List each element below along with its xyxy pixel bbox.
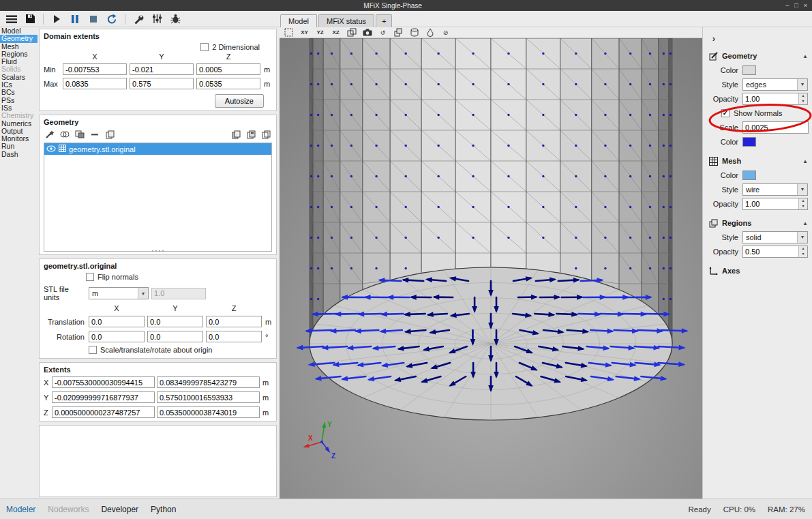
remove-geometry-icon[interactable] xyxy=(89,129,101,140)
about-origin-checkbox[interactable]: Scale/translate/rotate about origin xyxy=(89,346,213,354)
screenshot-camera-icon[interactable] xyxy=(361,28,374,38)
new-tab-button[interactable]: + xyxy=(376,14,392,27)
flip-normals-checkbox[interactable]: Flip normals xyxy=(86,273,138,281)
window-minimize-icon[interactable]: – xyxy=(785,2,789,9)
chevron-up-icon[interactable]: ▴ xyxy=(804,53,807,59)
clone-icon[interactable] xyxy=(260,129,272,140)
nav-item-geometry[interactable]: Geometry xyxy=(0,35,37,42)
autosize-button[interactable]: Autosize xyxy=(215,94,264,108)
spin-down-icon[interactable]: ▾ xyxy=(799,99,807,104)
spin-up-icon[interactable]: ▴ xyxy=(799,93,807,99)
rotation-y-input[interactable] xyxy=(147,331,203,342)
stl-units-select[interactable]: m ▾ xyxy=(89,287,149,299)
normals-scale-input[interactable] xyxy=(742,121,809,134)
viewport-toolbar: XY YZ XZ ↺ ⊘ xyxy=(280,27,702,38)
domain-max-z-input[interactable] xyxy=(196,78,260,89)
collapse-panel-button[interactable]: › xyxy=(708,33,719,44)
regions-opacity-spinner[interactable]: ▴▾ xyxy=(742,246,808,258)
save-icon[interactable] xyxy=(22,12,38,26)
chevron-right-icon: › xyxy=(712,33,715,44)
rotation-x-input[interactable] xyxy=(89,331,145,342)
mesh-icon xyxy=(708,156,718,166)
view-yz-icon[interactable]: YZ xyxy=(314,28,327,38)
menu-icon[interactable] xyxy=(3,12,20,26)
paste-icon[interactable] xyxy=(245,129,257,140)
geometry-stack-icon[interactable] xyxy=(392,28,405,38)
view-xy-icon[interactable]: XY xyxy=(298,28,311,38)
rotation-z-input[interactable] xyxy=(206,331,262,342)
spin-down-icon[interactable]: ▾ xyxy=(799,204,807,209)
mesh-color-swatch[interactable] xyxy=(742,170,756,180)
spin-up-icon[interactable]: ▴ xyxy=(799,246,807,252)
vis-geometry-header[interactable]: Geometry ▴ xyxy=(703,49,812,63)
extent-z-max-input[interactable] xyxy=(157,406,260,418)
geometry-opacity-spinner[interactable]: ▴▾ xyxy=(742,93,808,105)
vis-mesh-header[interactable]: Mesh ▴ xyxy=(703,154,812,168)
transparency-droplet-icon[interactable] xyxy=(423,28,436,38)
settings-wrench-icon[interactable] xyxy=(130,12,147,26)
reset-view-icon[interactable] xyxy=(282,28,295,38)
mesh-opacity-spinner[interactable]: ▴▾ xyxy=(742,198,808,210)
domain-min-z-input[interactable] xyxy=(196,63,260,75)
view-xz-icon[interactable]: XZ xyxy=(329,28,342,38)
mode-tab-modeler[interactable]: Modeler xyxy=(6,505,35,514)
regions-style-select[interactable]: solid ▾ xyxy=(742,231,808,243)
splitter-handle[interactable] xyxy=(44,250,272,252)
rotate-view-icon[interactable]: ↺ xyxy=(376,28,389,38)
copy-icon[interactable] xyxy=(230,129,242,140)
extent-y-min-input[interactable] xyxy=(52,391,155,403)
debug-bug-icon[interactable] xyxy=(167,12,183,26)
mode-tab-python[interactable]: Python xyxy=(151,505,176,514)
extent-z-min-input[interactable] xyxy=(52,406,155,418)
visibility-eye-icon[interactable] xyxy=(46,145,56,153)
two-dimensional-checkbox[interactable]: 2 Dimensional xyxy=(200,43,260,51)
nav-item-dash[interactable]: Dash xyxy=(0,151,37,158)
spin-down-icon[interactable]: ▾ xyxy=(799,252,807,257)
mesh-cylinder-icon[interactable] xyxy=(408,28,421,38)
duplicate-geometry-icon[interactable] xyxy=(104,129,116,140)
stop-icon[interactable] xyxy=(85,12,102,26)
parameters-sliders-icon[interactable] xyxy=(149,12,165,26)
status-bar: Modeler Nodeworks Developer Python Ready… xyxy=(0,499,812,519)
nav-item-bcs[interactable]: BCs xyxy=(0,89,37,96)
domain-max-x-input[interactable] xyxy=(63,78,127,89)
geometry-tree[interactable]: geometry.stl.original xyxy=(44,143,272,252)
translation-z-input[interactable] xyxy=(206,316,262,327)
window-maximize-icon[interactable]: □ xyxy=(794,2,798,9)
domain-max-y-input[interactable] xyxy=(130,78,194,89)
domain-min-x-input[interactable] xyxy=(63,63,127,75)
normals-color-swatch[interactable] xyxy=(742,137,756,147)
add-geometry-wand-icon[interactable] xyxy=(44,129,56,140)
pause-icon[interactable] xyxy=(67,12,83,26)
vis-regions-header[interactable]: Regions ▴ xyxy=(703,216,812,230)
chevron-up-icon[interactable]: ▴ xyxy=(804,158,807,164)
run-play-icon[interactable] xyxy=(48,12,65,26)
axes-icon xyxy=(708,266,718,276)
reset-icon[interactable] xyxy=(104,12,120,26)
window-close-icon[interactable]: × xyxy=(804,2,807,9)
show-normals-checkbox[interactable] xyxy=(721,109,730,117)
extent-y-max-input[interactable] xyxy=(157,391,260,403)
nav-item-chemistry: Chemistry xyxy=(0,112,37,119)
boolean-difference-icon[interactable] xyxy=(74,129,86,140)
tab-model[interactable]: Model xyxy=(280,14,317,27)
boolean-union-icon[interactable] xyxy=(59,129,71,140)
vis-regions-title: Regions xyxy=(722,219,751,227)
extent-x-min-input[interactable] xyxy=(52,376,155,388)
mode-tab-developer[interactable]: Developer xyxy=(101,505,138,514)
extent-x-max-input[interactable] xyxy=(157,376,260,388)
3d-viewport[interactable]: XYZ xyxy=(280,38,702,499)
geometry-tree-item[interactable]: geometry.stl.original xyxy=(44,143,271,155)
translation-y-input[interactable] xyxy=(147,316,203,327)
geometry-color-swatch[interactable] xyxy=(742,65,756,75)
vis-axes-header[interactable]: Axes xyxy=(703,264,812,278)
chevron-up-icon[interactable]: ▴ xyxy=(804,220,807,226)
perspective-view-icon[interactable] xyxy=(345,28,358,38)
geometry-style-select[interactable]: edges ▾ xyxy=(742,78,808,91)
tab-mfix-status[interactable]: MFiX status xyxy=(318,14,374,27)
domain-min-y-input[interactable] xyxy=(130,63,194,75)
translation-x-input[interactable] xyxy=(89,316,145,327)
spin-up-icon[interactable]: ▴ xyxy=(799,198,807,204)
clip-slice-icon[interactable]: ⊘ xyxy=(439,28,452,38)
mesh-style-select[interactable]: wire ▾ xyxy=(742,183,808,196)
